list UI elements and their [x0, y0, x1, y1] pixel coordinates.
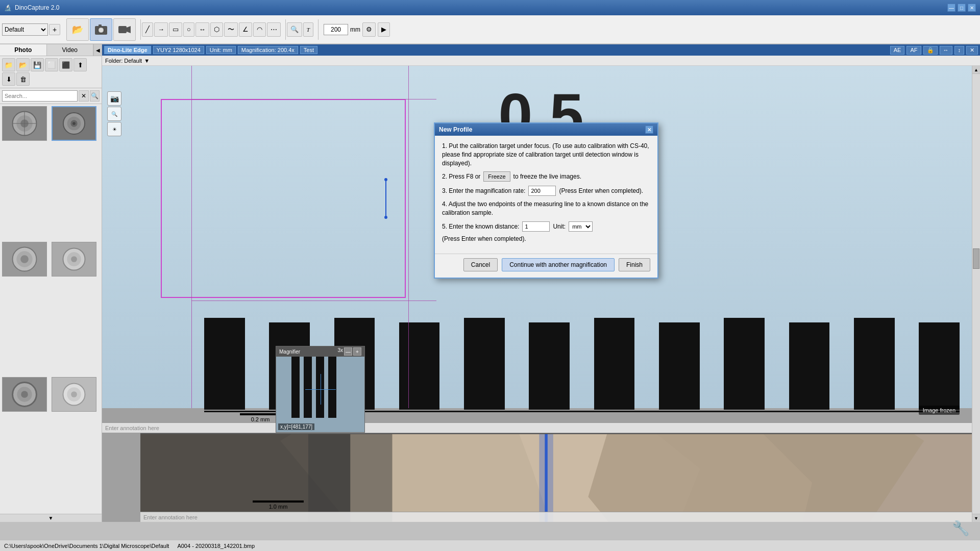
- close-viewer-button[interactable]: ✕: [966, 46, 978, 55]
- cube-view-button[interactable]: ⬜: [45, 58, 58, 71]
- unit-select[interactable]: mm µm inch: [569, 221, 593, 232]
- af-button[interactable]: AF: [906, 46, 921, 55]
- import-button[interactable]: ⬆: [74, 58, 87, 71]
- dialog-close-button[interactable]: ✕: [645, 126, 653, 134]
- save-button[interactable]: 💾: [31, 58, 44, 71]
- scroll-down-button[interactable]: ▼: [972, 514, 980, 522]
- freeze-button[interactable]: Freeze: [483, 171, 510, 182]
- magnifier-window: Magnifier 3x — +: [276, 346, 365, 433]
- zoom-button[interactable]: 🔍: [287, 22, 302, 37]
- thumbnail-2[interactable]: [52, 106, 96, 141]
- known-distance-input[interactable]: [522, 221, 550, 232]
- new-profile-dialog: New Profile ✕ 1. Put the calibration tar…: [434, 122, 658, 279]
- polygon-tool[interactable]: ⬡: [210, 22, 223, 37]
- dialog-title-bar: New Profile ✕: [435, 123, 657, 136]
- svg-point-2: [99, 28, 103, 32]
- text-tool[interactable]: T: [303, 22, 313, 37]
- mirror-button[interactable]: ↔: [940, 46, 952, 55]
- ae-button[interactable]: AE: [890, 46, 905, 55]
- measurement-endpoint-top[interactable]: [384, 178, 387, 181]
- thumbnail-image-5: [3, 377, 46, 412]
- right-scrollbar[interactable]: ▲ ▼: [972, 66, 980, 522]
- video-button[interactable]: [113, 18, 136, 41]
- line-tool[interactable]: ╱: [142, 22, 153, 37]
- thumbnail-6[interactable]: [52, 377, 96, 412]
- continue-magnification-button[interactable]: Continue with another magnification: [502, 258, 615, 271]
- minimize-button[interactable]: —: [947, 4, 955, 12]
- capture-photo-button[interactable]: 📷: [107, 91, 121, 106]
- magnifier-coordinates: x,y]=[481,177]: [278, 423, 314, 430]
- add-profile-button[interactable]: +: [49, 24, 60, 35]
- folder-dropdown-icon[interactable]: ▼: [144, 58, 150, 64]
- test-tag[interactable]: Test: [300, 46, 317, 54]
- more-tools[interactable]: ⋯: [267, 22, 281, 37]
- scale-line-lower: [253, 500, 304, 503]
- photo-tab[interactable]: Photo: [0, 44, 47, 56]
- tab-bar: Photo Video ◀: [0, 44, 102, 56]
- camera-brand-tag[interactable]: Dino-Lite Edge: [104, 46, 151, 54]
- maximize-button[interactable]: □: [958, 4, 966, 12]
- thumbnail-3[interactable]: [2, 242, 47, 277]
- export-button[interactable]: ⬇: [2, 72, 15, 86]
- lower-annotation-bar: Enter annotation here: [140, 512, 980, 522]
- step2-label: 2. Press F8 or: [442, 172, 480, 181]
- collapse-panel-button[interactable]: ◀: [93, 44, 102, 56]
- annotation-bar: Enter annotation here: [102, 422, 980, 433]
- lock-button[interactable]: 🔒: [923, 46, 938, 55]
- dialog-step3: 3. Enter the magnification rate: (Press …: [442, 186, 650, 196]
- open-folder-button[interactable]: 📂: [66, 18, 89, 41]
- camera-model-tag[interactable]: YUY2 1280x1024: [153, 46, 204, 54]
- mag-settings-button[interactable]: ⚙: [362, 22, 376, 37]
- folder-bar: Folder: Default ▼: [102, 56, 980, 66]
- magnification-tag[interactable]: Magnification: 200.4x: [238, 46, 298, 54]
- delete-button[interactable]: 🗑: [16, 72, 30, 86]
- mag-extra-button[interactable]: ▶: [378, 22, 390, 37]
- rect-tool[interactable]: ▭: [169, 22, 182, 37]
- scrollbar-thumb[interactable]: [973, 248, 979, 269]
- new-folder-button[interactable]: 📁: [2, 58, 15, 71]
- annotation-text[interactable]: Enter annotation here: [105, 425, 159, 431]
- scroll-down-button[interactable]: ▼: [0, 514, 102, 522]
- profile-dropdown[interactable]: Default: [2, 23, 48, 36]
- thumbnail-4[interactable]: [52, 242, 96, 277]
- circle-tool[interactable]: ○: [183, 22, 194, 37]
- ruler-tool[interactable]: ↔: [195, 22, 209, 37]
- magnifier-plus-button[interactable]: +: [353, 347, 361, 356]
- finish-button[interactable]: Finish: [619, 258, 650, 271]
- video-tab[interactable]: Video: [47, 44, 94, 56]
- lower-annotation-text[interactable]: Enter annotation here: [143, 514, 198, 520]
- flip-button[interactable]: ↕: [954, 46, 965, 55]
- step3-label: 3. Enter the magnification rate:: [442, 187, 525, 195]
- step4-text: 4. Adjust the two endpoints of the measu…: [442, 200, 650, 217]
- magnifier-controls: 3x — +: [337, 347, 361, 356]
- search-clear-button[interactable]: ✕: [79, 90, 89, 102]
- freehand-tool[interactable]: 〜: [224, 22, 238, 37]
- magnification-input[interactable]: [324, 24, 348, 35]
- lower-image-area: 1.0 mm Enter annotation here: [140, 433, 980, 522]
- cancel-button[interactable]: Cancel: [463, 258, 498, 271]
- dialog-step5: 5. Enter the known distance: Unit: mm µm…: [442, 221, 650, 243]
- title-bar: 🔬 DinoCapture 2.0 — □ ✕: [0, 0, 980, 15]
- arrow-tool[interactable]: →: [154, 22, 168, 37]
- scroll-up-button[interactable]: ▲: [972, 66, 980, 74]
- folder-label: Folder: Default: [105, 58, 142, 64]
- unit-tag[interactable]: Unit: mm: [206, 46, 236, 54]
- stack-button[interactable]: ⬛: [59, 58, 72, 71]
- svg-point-28: [21, 391, 28, 398]
- magnification-rate-input[interactable]: [528, 186, 556, 196]
- capture-button[interactable]: [90, 18, 112, 41]
- camera-controls: 📷 🔍 ☀: [107, 91, 121, 136]
- search-button[interactable]: 🔍: [90, 90, 100, 102]
- open-button[interactable]: 📂: [16, 58, 30, 71]
- scale-label-lower: 1.0 mm: [269, 504, 288, 510]
- search-input[interactable]: [2, 90, 78, 102]
- angle-tool[interactable]: ∠: [239, 22, 252, 37]
- brightness-button[interactable]: ☀: [107, 122, 121, 136]
- measurement-endpoint-bottom[interactable]: [384, 216, 387, 219]
- thumbnail-1[interactable]: [2, 106, 47, 141]
- zoom-in-button[interactable]: 🔍: [107, 107, 121, 121]
- magnifier-minus-button[interactable]: —: [344, 347, 352, 356]
- thumbnail-5[interactable]: [2, 377, 47, 412]
- close-button[interactable]: ✕: [968, 4, 976, 12]
- arc-tool[interactable]: ◠: [253, 22, 266, 37]
